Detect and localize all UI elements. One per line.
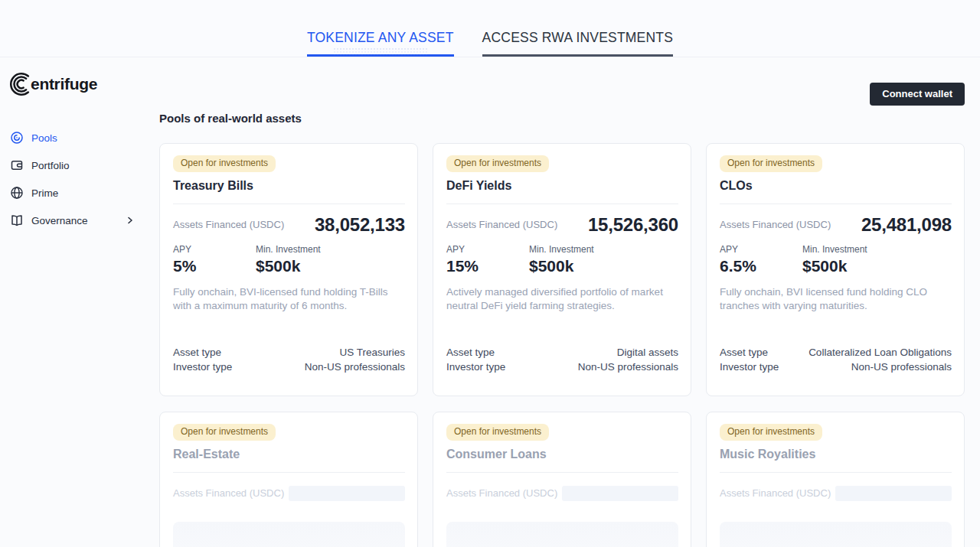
- divider: [446, 472, 678, 473]
- investor-type-label: Investor type: [173, 360, 232, 375]
- divider: [173, 203, 405, 204]
- pool-name: Music Royalities: [720, 448, 952, 461]
- min-investment-label: Min. Investment: [256, 244, 338, 255]
- pool-card-real-estate[interactable]: Open for investments Real-Estate Assets …: [159, 412, 418, 547]
- sidebar-item-portfolio[interactable]: Portfolio: [0, 151, 145, 179]
- loading-value-placeholder: [289, 486, 405, 501]
- status-badge: Open for investments: [446, 155, 549, 172]
- sidebar-item-governance[interactable]: Governance: [0, 207, 145, 234]
- globe-icon: [10, 186, 24, 200]
- book-icon: [10, 213, 24, 227]
- pool-description: Fully onchain, BVI-licensed fund holding…: [173, 285, 403, 313]
- apy-value: 5%: [173, 257, 256, 275]
- pools-icon: [10, 131, 24, 145]
- investor-type-label: Investor type: [720, 360, 779, 375]
- assets-financed-label: Assets Financed (USDC): [446, 219, 557, 230]
- assets-financed-label: Assets Financed (USDC): [173, 487, 284, 499]
- assets-financed-label: Assets Financed (USDC): [446, 487, 557, 499]
- status-badge: Open for investments: [720, 424, 822, 441]
- asset-type-label: Asset type: [720, 345, 768, 360]
- investor-type-label: Investor type: [446, 360, 505, 375]
- status-badge: Open for investments: [173, 424, 276, 441]
- chevron-right-icon: [126, 216, 135, 225]
- loading-block-placeholder: [720, 522, 952, 547]
- pool-description: Fully onchain, BVI licensed fund holding…: [720, 285, 949, 313]
- pool-name: Real-Estate: [173, 448, 405, 461]
- sidebar-item-label: Governance: [31, 215, 88, 226]
- pool-description: Actively managed diversified portfolio o…: [446, 285, 676, 313]
- sidebar-item-prime[interactable]: Prime: [0, 179, 145, 207]
- pool-card-defi-yields[interactable]: Open for investments DeFi Yields Assets …: [433, 143, 691, 396]
- apy-value: 15%: [446, 257, 529, 275]
- centrifuge-logo[interactable]: entrifuge: [8, 70, 97, 98]
- asset-type-value: Collateralized Loan Obligations: [808, 345, 952, 360]
- tab-tokenize-any-asset[interactable]: TOKENIZE ANY ASSET: [307, 30, 454, 57]
- pool-card-consumer-loans[interactable]: Open for investments Consumer Loans Asse…: [433, 412, 691, 547]
- loading-block-placeholder: [173, 522, 405, 547]
- sidebar: Pools Portfolio Prime Governance: [0, 124, 145, 234]
- sidebar-item-label: Pools: [31, 132, 57, 144]
- pool-card-clos[interactable]: Open for investments CLOs Assets Finance…: [706, 143, 965, 396]
- tab-shimmer-decoration: [333, 47, 427, 56]
- logo-wordmark: entrifuge: [31, 75, 97, 93]
- portfolio-icon: [10, 158, 24, 172]
- asset-type-label: Asset type: [173, 345, 221, 360]
- apy-label: APY: [446, 244, 529, 255]
- page-title: Pools of real-world assets: [159, 112, 302, 125]
- loading-value-placeholder: [562, 486, 678, 501]
- divider: [173, 472, 405, 473]
- assets-financed-value: 25,481,098: [861, 214, 952, 236]
- pool-name: CLOs: [720, 179, 952, 193]
- sidebar-item-pools[interactable]: Pools: [0, 124, 145, 151]
- loading-value-placeholder: [835, 486, 952, 501]
- apy-value: 6.5%: [720, 257, 802, 275]
- investor-type-value: Non-US professionals: [851, 360, 952, 375]
- tab-label: ACCESS RWA INVESTMENTS: [482, 30, 673, 45]
- top-tab-bar: TOKENIZE ANY ASSET ACCESS RWA INVESTMENT…: [0, 0, 980, 57]
- pools-grid: Open for investments Treasury Bills Asse…: [159, 143, 965, 547]
- assets-financed-value: 38,052,133: [315, 214, 405, 236]
- min-investment-value: $500k: [256, 257, 338, 275]
- asset-type-label: Asset type: [446, 345, 495, 360]
- asset-type-value: US Treasuries: [339, 345, 405, 360]
- pool-name: Treasury Bills: [173, 179, 405, 193]
- status-badge: Open for investments: [446, 424, 549, 441]
- tab-label: TOKENIZE ANY ASSET: [307, 30, 454, 45]
- apy-label: APY: [173, 244, 256, 255]
- connect-wallet-button[interactable]: Connect wallet: [870, 83, 965, 106]
- pool-card-music-royalities[interactable]: Open for investments Music Royalities As…: [706, 412, 965, 547]
- tab-access-rwa-investments[interactable]: ACCESS RWA INVESTMENTS: [482, 30, 673, 57]
- min-investment-label: Min. Investment: [802, 244, 885, 255]
- asset-type-value: Digital assets: [617, 345, 678, 360]
- assets-financed-label: Assets Financed (USDC): [173, 219, 284, 230]
- divider: [446, 203, 678, 204]
- pool-name: DeFi Yields: [446, 179, 678, 193]
- divider: [720, 203, 952, 204]
- investor-type-value: Non-US professionals: [305, 360, 405, 375]
- sidebar-item-label: Portfolio: [31, 160, 70, 171]
- investor-type-value: Non-US professionals: [578, 360, 678, 375]
- sidebar-item-label: Prime: [31, 187, 58, 199]
- pool-name: Consumer Loans: [446, 448, 678, 461]
- min-investment-value: $500k: [802, 257, 885, 275]
- assets-financed-label: Assets Financed (USDC): [720, 487, 831, 499]
- pool-card-treasury-bills[interactable]: Open for investments Treasury Bills Asse…: [159, 143, 418, 396]
- status-badge: Open for investments: [173, 155, 276, 172]
- loading-block-placeholder: [446, 522, 678, 547]
- divider: [720, 472, 952, 473]
- min-investment-label: Min. Investment: [529, 244, 612, 255]
- apy-label: APY: [720, 244, 802, 255]
- assets-financed-label: Assets Financed (USDC): [720, 219, 831, 230]
- status-badge: Open for investments: [720, 155, 822, 172]
- min-investment-value: $500k: [529, 257, 612, 275]
- assets-financed-value: 15,526,360: [588, 214, 678, 236]
